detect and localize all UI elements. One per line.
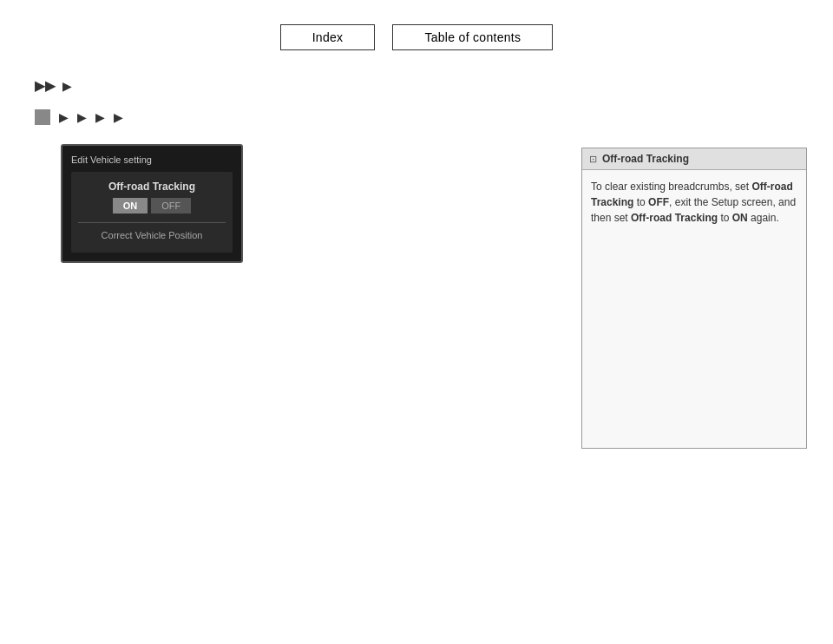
vs-sub-item: Correct Vehicle Position	[78, 227, 226, 244]
panel-body: To clear existing breadcrumbs, set Off-r…	[582, 170, 806, 448]
step-arrow-1: ▶	[59, 110, 69, 124]
left-content: ▶▶ ▶ ▶ ▶ ▶ ▶ Edit Vehicle setting Off-ro…	[35, 78, 434, 263]
vs-feature-label: Off-road Tracking	[78, 181, 226, 193]
vs-divider	[78, 222, 226, 223]
step-arrow-3: ▶	[95, 110, 105, 124]
step-line: ▶ ▶ ▶ ▶	[35, 109, 434, 125]
double-arrow-icon: ▶▶	[35, 78, 56, 94]
vs-inner: Off-road Tracking ON OFF Correct Vehicle…	[71, 172, 233, 253]
vs-toggle-row: ON OFF	[78, 198, 226, 214]
toc-button[interactable]: Table of contents	[392, 24, 553, 50]
panel-body-text: To clear existing breadcrumbs, set Off-r…	[591, 179, 797, 226]
vehicle-setting-screenshot: Edit Vehicle setting Off-road Tracking O…	[61, 144, 243, 263]
step-arrow-2: ▶	[77, 110, 87, 124]
single-arrow-icon-1: ▶	[62, 79, 72, 93]
step-indicator	[35, 109, 50, 125]
index-button[interactable]: Index	[280, 24, 376, 50]
panel-icon: ⊡	[589, 154, 597, 165]
step-arrow-4: ▶	[114, 110, 123, 124]
arrow-line-1: ▶▶ ▶	[35, 78, 434, 94]
vs-on-button[interactable]: ON	[113, 198, 148, 214]
panel-title: Off-road Tracking	[602, 153, 689, 165]
vs-title: Edit Vehicle setting	[71, 154, 233, 165]
panel-header: ⊡ Off-road Tracking	[582, 148, 806, 170]
top-navigation: Index Table of contents	[0, 24, 833, 50]
vs-off-button[interactable]: OFF	[151, 198, 191, 214]
step-arrows: ▶ ▶ ▶ ▶	[59, 110, 123, 124]
right-panel: ⊡ Off-road Tracking To clear existing br…	[581, 148, 807, 449]
